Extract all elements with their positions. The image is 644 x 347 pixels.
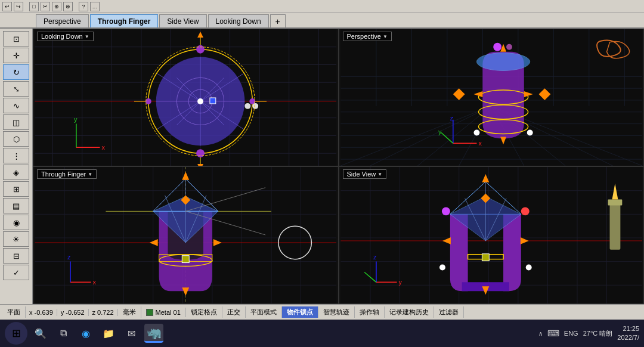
tab-perspective[interactable]: Perspective <box>36 14 89 27</box>
svg-text:z: z <box>67 253 71 261</box>
tool-surface[interactable]: ◫ <box>3 114 29 130</box>
tool-check[interactable]: ✓ <box>3 265 29 280</box>
svg-point-41 <box>196 149 205 157</box>
tab-through-finger[interactable]: Through Finger <box>90 14 159 27</box>
taskbar-rhino[interactable]: 🦏 <box>144 324 163 343</box>
tb-paste[interactable]: ⊗ <box>63 2 73 11</box>
viewport-through-finger[interactable]: Through Finger 中点 <box>33 166 339 304</box>
status-history[interactable]: 记录建构历史 <box>385 306 434 318</box>
tool-move[interactable]: ✛ <box>3 48 29 63</box>
svg-text:x: x <box>478 140 482 147</box>
status-gumball[interactable]: 操作轴 <box>355 306 385 318</box>
taskbar-task-view[interactable]: ⧉ <box>54 324 73 343</box>
svg-text:x: x <box>101 144 105 151</box>
tool-layer[interactable]: ▤ <box>3 198 29 213</box>
svg-rect-44 <box>210 98 216 104</box>
tabs-row: Perspective Through Finger Side View Loo… <box>0 13 644 29</box>
status-lock-grid[interactable]: 锁定格点 <box>186 306 222 318</box>
tool-dim[interactable]: ◈ <box>3 165 29 180</box>
tray-clock[interactable]: 21:25 2022/7/ <box>617 324 639 343</box>
tb-new[interactable]: □ <box>29 2 39 11</box>
tray-arrow[interactable]: ∧ <box>538 330 543 337</box>
status-filter[interactable]: 过滤器 <box>434 306 464 318</box>
status-z-value: z 0.722 <box>92 309 114 316</box>
svg-text:z: z <box>373 253 376 261</box>
vp-label-looking-down[interactable]: Looking Down <box>37 32 94 41</box>
taskbar-tray: ∧ ⌨ ENG 27°C 晴朗 21:25 2022/7/ <box>538 324 639 343</box>
svg-text:y: y <box>74 116 78 123</box>
status-z: z 0.722 <box>89 309 118 316</box>
status-plane: 平面 <box>2 306 26 318</box>
taskbar-search[interactable]: 🔍 <box>31 324 50 343</box>
svg-point-166 <box>525 265 531 271</box>
status-material[interactable]: Metal 01 <box>141 308 186 317</box>
taskbar: ⊞ 🔍 ⧉ ◉ 📁 ✉ 🦏 ∧ ⌨ ENG 27°C 晴朗 21:25 2022… <box>0 320 644 347</box>
svg-rect-169 <box>609 202 620 249</box>
status-ortho[interactable]: 正交 <box>222 306 246 318</box>
tool-solid[interactable]: ⬡ <box>3 131 29 147</box>
tool-camera[interactable]: ⊟ <box>3 248 29 264</box>
viewports-container: Looking Down <box>33 29 644 304</box>
viewport-looking-down[interactable]: Looking Down <box>33 29 339 166</box>
tray-date: 2022/7/ <box>617 333 639 342</box>
status-planar[interactable]: 平面模式 <box>246 306 282 318</box>
tb-undo[interactable]: ↩ <box>2 2 12 11</box>
svg-point-93 <box>493 43 501 51</box>
status-x: x -0.639 <box>26 309 57 316</box>
viewport-side-view[interactable]: Side View <box>339 166 645 304</box>
svg-point-89 <box>473 130 479 136</box>
tb-help[interactable]: ? <box>79 2 88 11</box>
svg-marker-27 <box>197 164 203 166</box>
svg-point-90 <box>527 130 532 136</box>
vp-label-perspective[interactable]: Perspective <box>343 32 392 41</box>
tool-rotate[interactable]: ↻ <box>3 64 29 80</box>
tb-copy[interactable]: ⊕ <box>52 2 61 11</box>
tray-time: 21:25 <box>617 324 639 333</box>
status-units[interactable]: 毫米 <box>118 306 141 318</box>
tool-select[interactable]: ⊡ <box>3 31 29 47</box>
taskbar-explorer[interactable]: 📁 <box>99 324 118 343</box>
svg-rect-170 <box>608 200 622 206</box>
tool-scale[interactable]: ⤡ <box>3 81 29 97</box>
svg-point-165 <box>439 265 445 271</box>
svg-text:z: z <box>450 114 453 122</box>
taskbar-edge[interactable]: ◉ <box>76 324 95 343</box>
svg-point-81 <box>476 53 530 71</box>
start-button[interactable]: ⊞ <box>5 322 27 345</box>
svg-rect-130 <box>182 256 189 263</box>
tool-snap[interactable]: ⊞ <box>3 181 29 197</box>
svg-text:x: x <box>93 278 97 286</box>
tool-render[interactable]: ◉ <box>3 215 29 230</box>
status-y-value: y -0.652 <box>61 309 85 316</box>
tool-curve[interactable]: ∿ <box>3 98 29 113</box>
svg-text:y: y <box>398 278 402 286</box>
svg-point-45 <box>244 103 250 109</box>
tray-keyboard[interactable]: ⌨ <box>547 329 559 338</box>
viewport-perspective[interactable]: Perspective <box>339 29 645 166</box>
svg-point-39 <box>197 98 203 104</box>
svg-point-168 <box>521 207 529 215</box>
tool-lights[interactable]: ☀ <box>3 231 29 247</box>
left-toolbar: ⊡ ✛ ↻ ⤡ ∿ ◫ ⬡ ⋮ ◈ ⊞ ▤ ◉ ☀ ⊟ ✓ <box>0 29 33 304</box>
tab-looking-down[interactable]: Looking Down <box>208 14 269 27</box>
tb-more[interactable]: … <box>90 2 100 11</box>
svg-rect-154 <box>482 254 489 261</box>
status-osnap[interactable]: 物件锁点 <box>282 306 318 318</box>
svg-point-94 <box>506 44 512 50</box>
svg-point-167 <box>441 207 450 215</box>
toolbar-icons[interactable]: ↩ ↪ □ ✂ ⊕ ⊗ ? … <box>2 2 100 11</box>
tray-lang[interactable]: ENG <box>564 330 578 337</box>
title-bar: ↩ ↪ □ ✂ ⊕ ⊗ ? … <box>0 0 644 13</box>
tab-add-button[interactable]: + <box>270 14 286 27</box>
vp-label-through-finger[interactable]: Through Finger <box>37 169 97 179</box>
status-y: y -0.652 <box>57 309 89 316</box>
tray-weather: 27°C 晴朗 <box>583 329 613 338</box>
taskbar-mail[interactable]: ✉ <box>122 324 141 343</box>
svg-point-40 <box>196 45 205 54</box>
tb-redo[interactable]: ↪ <box>14 2 23 11</box>
status-smart-track[interactable]: 智慧轨迹 <box>318 306 355 318</box>
vp-label-side-view[interactable]: Side View <box>343 169 387 179</box>
tb-cut[interactable]: ✂ <box>41 2 50 11</box>
tab-side-view[interactable]: Side View <box>159 14 206 27</box>
tool-mesh[interactable]: ⋮ <box>3 148 29 163</box>
